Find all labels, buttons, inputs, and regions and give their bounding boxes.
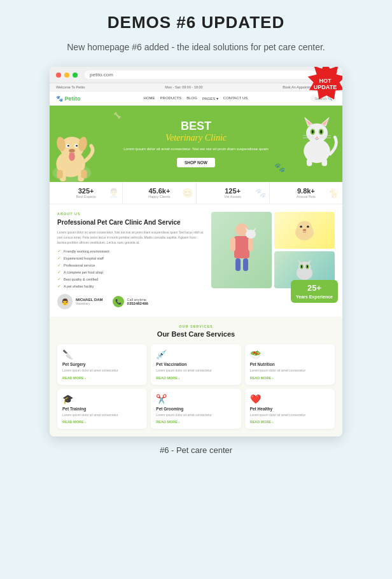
hero-section: BEST Veterinary Clinic Lorem ipsum dolor… [50,106,342,182]
top-bar: Welcome To Petito Mon - Sat: 09:00 - 18:… [50,83,342,92]
nav-home[interactable]: HOME [144,96,155,101]
service-training-icon: 🎓 [62,394,142,404]
service-grooming-link[interactable]: READ MORE › [156,420,235,424]
service-vaccination-icon: 💉 [156,349,235,359]
about-tag: ABOUT US [57,212,205,216]
service-training-link[interactable]: READ MORE › [62,420,142,424]
service-training-name: Pet Training [62,407,142,411]
service-healthy-icon: ❤️ [250,394,330,404]
page-caption: #6 - Pet care center [160,445,232,455]
about-left: ABOUT US Professional Pet Care Clinic An… [57,212,205,309]
service-grooming-desc: Lorem ipsum dolor sit amet consectetur [156,413,235,418]
dot-red [56,73,61,78]
stat-pets: 9.8k+ Annual Pets 🐈 [270,182,342,204]
service-healthy-desc: Lorem ipsum dolor sit amet consectetur [250,413,330,418]
service-vaccination-desc: Lorem ipsum dolor sit amet consectetur [156,368,235,373]
feature-list: ✓Friendly working environment ✓Experienc… [57,249,205,289]
svg-point-9 [69,149,74,153]
paw-decoration-2: 🦴 [113,112,121,119]
service-nutrition-name: Pet Nutrition [250,362,330,366]
topbar-hours: Mon - Sat: 09:00 - 18:00 [165,85,202,89]
svg-point-43 [300,225,302,228]
svg-point-10 [69,153,74,161]
svg-point-8 [76,145,78,147]
browser-chrome: petito.com [50,67,342,83]
nav-contact[interactable]: CONTACT US [223,96,248,101]
service-nutrition-icon: 🥗 [250,349,330,359]
url-bar[interactable]: petito.com [85,71,336,79]
svg-point-7 [67,145,69,147]
service-grooming-name: Pet Grooming [156,407,235,411]
nav-logo: 🐾 Petito [56,95,81,102]
services-section: OUR SERVICES Our Best Care Services 🔪 Pe… [50,317,342,436]
hero-cta-button[interactable]: SHOP NOW [177,158,215,167]
page-subtitle: New homepage #6 added - the ideal soluti… [67,40,325,54]
service-grooming-icon: ✂️ [156,394,235,404]
nav-links: HOME PRODUCTS BLOG PAGES ▾ CONTACT US [144,96,248,101]
service-vaccination-link[interactable]: READ MORE › [156,376,235,380]
svg-rect-31 [322,159,328,166]
svg-rect-13 [57,170,62,178]
vet-info: 👨 MICHAEL DAM Veterinary 📞 Call anytime … [57,294,205,309]
service-surgery-link[interactable]: READ MORE › [62,376,142,380]
feature-4: ✓A complete pet food shop [57,270,205,275]
nav-products[interactable]: PRODUCTS [160,96,182,101]
stat-experts: 325+ Best Experts 👨‍⚕️ [50,182,123,204]
svg-point-24 [320,130,322,134]
hero-description: Lorem ipsum dolor sit amet consectetur. … [123,146,268,152]
topbar-welcome: Welcome To Petito [56,85,85,89]
feature-2: ✓Experienced hospital staff [57,256,205,261]
service-training-desc: Lorem ipsum dolor sit amet consectetur [62,413,142,418]
dot-green [73,73,78,78]
about-desc: Lorem ipsum dolor sit amet consectetur. … [57,230,205,245]
about-title: Professional Pet Care Clinic And Service [57,218,205,227]
services-grid: 🔪 Pet Surgery Lorem ipsum dolor sit amet… [57,344,335,429]
service-nutrition-desc: Lorem ipsum dolor sit amet consectetur [250,368,330,373]
feature-5: ✓Best quality & certified [57,277,205,282]
svg-marker-48 [298,259,303,264]
svg-rect-33 [234,236,249,258]
photo-grid [211,212,335,288]
nav-pages[interactable]: PAGES ▾ [202,96,218,101]
svg-point-23 [312,130,314,134]
service-surgery-desc: Lorem ipsum dolor sit amet consectetur [62,368,142,373]
hero-dog [50,125,97,182]
service-nutrition: 🥗 Pet Nutrition Lorem ipsum dolor sit am… [245,344,335,385]
svg-point-53 [307,265,308,269]
site-content: Welcome To Petito Mon - Sat: 09:00 - 18:… [50,83,342,436]
service-surgery-name: Pet Surgery [62,362,142,366]
hero-cat [295,112,339,166]
browser-mockup: HOT UPDATE petito.com Welcome To Petito … [50,67,342,436]
service-healthy-link[interactable]: READ MORE › [250,420,330,424]
service-grooming: ✂️ Pet Grooming Lorem ipsum dolor sit am… [151,389,241,429]
about-section: ABOUT US Professional Pet Care Clinic An… [50,204,342,317]
stat-clients: 45.6k+ Happy Clients 😊 [123,182,196,204]
vet-avatar: 👨 [57,294,73,309]
paw-decoration-1: 🐾 [274,162,285,172]
svg-rect-14 [81,170,87,178]
service-surgery: 🔪 Pet Surgery Lorem ipsum dolor sit amet… [57,344,147,385]
call-info: 📞 Call anytime 0352482496 [113,296,148,307]
feature-3: ✓Professional service [57,263,205,268]
photo-main [211,212,272,288]
feature-1: ✓Friendly working environment [57,249,205,254]
hero-title: BEST Veterinary Clinic [165,120,227,143]
call-number: 0352482496 [127,302,148,305]
service-vaccination-name: Pet Vaccination [156,362,235,366]
service-healthy: ❤️ Pet Healthy Lorem ipsum dolor sit ame… [245,389,335,429]
vet-title: Veterinary [76,302,103,305]
service-training: 🎓 Pet Training Lorem ipsum dolor sit ame… [57,389,147,429]
service-vaccination: 💉 Pet Vaccination Lorem ipsum dolor sit … [151,344,241,385]
page-title: DEMOS #6 UPDATED [108,13,284,32]
experience-badge: 25+ Years Experience [291,280,338,303]
svg-point-38 [246,230,256,239]
stats-bar: 325+ Best Experts 👨‍⚕️ 45.6k+ Happy Clie… [50,182,342,204]
services-title: Our Best Care Services [57,330,335,338]
nav-blog[interactable]: BLOG [186,96,197,101]
service-nutrition-link[interactable]: READ MORE › [250,376,330,380]
svg-point-52 [301,265,302,269]
dot-yellow [64,73,69,78]
call-icon: 📞 [113,296,124,307]
svg-rect-37 [243,258,248,271]
nav-bar: 🐾 Petito HOME PRODUCTS BLOG PAGES ▾ CONT… [50,92,342,106]
